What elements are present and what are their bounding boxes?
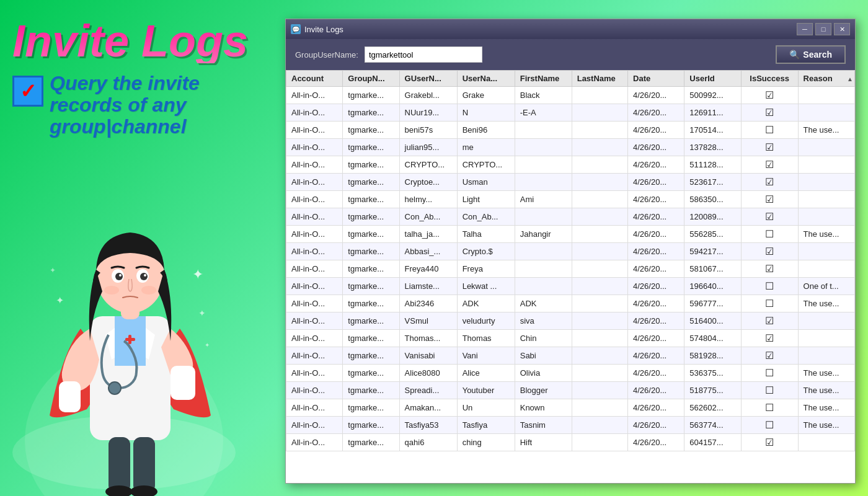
cell-date: 4/26/20... xyxy=(628,139,684,156)
cell-gusern: Amakan... xyxy=(399,399,457,417)
toolbar: GroupUserName: 🔍 Search xyxy=(286,39,855,70)
cell-gusern: beni57s xyxy=(399,122,457,139)
cell-userna: Usman xyxy=(457,174,515,191)
cell-date: 4/26/20... xyxy=(628,226,684,243)
table-row[interactable]: All-in-O... tgmarke... Cryptoe... Usman … xyxy=(286,174,855,191)
invite-logs-table: Account GroupN... GUserN... UserNa... Fi… xyxy=(286,70,855,451)
cell-gusern: NUur19... xyxy=(399,104,457,122)
table-row[interactable]: All-in-O... tgmarke... CRYPTO... CRYPTO.… xyxy=(286,156,855,174)
table-row[interactable]: All-in-O... tgmarke... talha_ja... Talha… xyxy=(286,226,855,243)
cell-userna: Un xyxy=(457,399,515,417)
cell-userna: CRYPTO... xyxy=(457,156,515,174)
cell-date: 4/26/20... xyxy=(628,191,684,208)
cell-lastname xyxy=(572,295,627,312)
minimize-button[interactable]: ─ xyxy=(797,23,813,35)
cell-lastname xyxy=(572,347,627,365)
cell-account: All-in-O... xyxy=(286,382,343,399)
cell-account: All-in-O... xyxy=(286,87,343,104)
col-header-groupn[interactable]: GroupN... xyxy=(343,71,399,87)
table-row[interactable]: All-in-O... tgmarke... Con_Ab... Con_Ab.… xyxy=(286,208,855,226)
table-row[interactable]: All-in-O... tgmarke... Tasfiya53 Tasfiya… xyxy=(286,417,855,434)
table-row[interactable]: All-in-O... tgmarke... Alice8080 Alice O… xyxy=(286,365,855,382)
table-row[interactable]: All-in-O... tgmarke... Grakebl... Grake … xyxy=(286,87,855,104)
table-row[interactable]: All-in-O... tgmarke... Liamste... Lekwat… xyxy=(286,278,855,295)
cell-groupn: tgmarke... xyxy=(343,417,399,434)
col-header-userna[interactable]: UserNa... xyxy=(457,71,515,87)
cell-account: All-in-O... xyxy=(286,330,343,347)
cell-issuccess: ☑ xyxy=(741,347,798,365)
table-row[interactable]: All-in-O... tgmarke... NUur19... N -E-A … xyxy=(286,104,855,122)
cell-reason xyxy=(798,347,854,365)
subtitle-box: Query the invite records of any group|ch… xyxy=(12,73,273,138)
col-header-issuccess[interactable]: IsSuccess xyxy=(741,71,798,87)
cell-firstname xyxy=(515,122,572,139)
table-row[interactable]: All-in-O... tgmarke... julian95... me 4/… xyxy=(286,139,855,156)
table-row[interactable]: All-in-O... tgmarke... Amakan... Un Know… xyxy=(286,399,855,417)
col-header-date[interactable]: Date xyxy=(628,71,684,87)
cell-issuccess: ☑ xyxy=(741,139,798,156)
search-button[interactable]: 🔍 Search xyxy=(776,45,846,64)
cell-issuccess: ☑ xyxy=(741,174,798,191)
cell-reason xyxy=(798,87,854,104)
col-header-userid[interactable]: UserId xyxy=(684,71,741,87)
table-row[interactable]: All-in-O... tgmarke... Thomas... Thomas … xyxy=(286,330,855,347)
cell-issuccess: ☐ xyxy=(741,365,798,382)
col-header-gusern[interactable]: GUserN... xyxy=(399,71,457,87)
cell-account: All-in-O... xyxy=(286,174,343,191)
cell-issuccess: ☐ xyxy=(741,226,798,243)
cell-userid: 170514... xyxy=(684,122,741,139)
cell-date: 4/26/20... xyxy=(628,365,684,382)
cell-reason xyxy=(798,191,854,208)
cell-reason: The use... xyxy=(798,365,854,382)
table-row[interactable]: All-in-O... tgmarke... Abbasi_... Crypto… xyxy=(286,243,855,260)
svg-text:✦: ✦ xyxy=(192,267,203,282)
cell-groupn: tgmarke... xyxy=(343,191,399,208)
col-header-account[interactable]: Account xyxy=(286,71,343,87)
cell-date: 4/26/20... xyxy=(628,208,684,226)
cell-lastname xyxy=(572,382,627,399)
cell-issuccess: ☑ xyxy=(741,260,798,278)
data-table-container[interactable]: Account GroupN... GUserN... UserNa... Fi… xyxy=(286,70,855,483)
col-header-reason[interactable]: Reason ▲ xyxy=(798,71,854,87)
close-button[interactable]: ✕ xyxy=(834,23,850,35)
cell-firstname xyxy=(515,174,572,191)
cell-date: 4/26/20... xyxy=(628,399,684,417)
cell-date: 4/26/20... xyxy=(628,122,684,139)
maximize-button[interactable]: □ xyxy=(815,23,831,35)
cell-lastname xyxy=(572,434,627,451)
cell-groupn: tgmarke... xyxy=(343,174,399,191)
table-row[interactable]: All-in-O... tgmarke... Spreadi... Youtub… xyxy=(286,382,855,399)
table-row[interactable]: All-in-O... tgmarke... beni57s Beni96 4/… xyxy=(286,122,855,139)
table-row[interactable]: All-in-O... tgmarke... Freya440 Freya 4/… xyxy=(286,260,855,278)
main-title: Invite Logs xyxy=(12,19,248,63)
cell-date: 4/26/20... xyxy=(628,295,684,312)
cell-userid: 500992... xyxy=(684,87,741,104)
cell-userid: 120089... xyxy=(684,208,741,226)
table-row[interactable]: All-in-O... tgmarke... Abi2346 ADK ADK 4… xyxy=(286,295,855,312)
table-row[interactable]: All-in-O... tgmarke... Vanisabi Vani Sab… xyxy=(286,347,855,365)
group-username-input[interactable] xyxy=(365,46,482,63)
cell-gusern: Thomas... xyxy=(399,330,457,347)
cell-userid: 596777... xyxy=(684,295,741,312)
cell-issuccess: ☑ xyxy=(741,243,798,260)
cell-gusern: Freya440 xyxy=(399,260,457,278)
col-header-lastname[interactable]: LastName xyxy=(572,71,627,87)
table-row[interactable]: All-in-O... tgmarke... helmy... Light Am… xyxy=(286,191,855,208)
search-icon: 🔍 xyxy=(789,50,800,60)
cell-groupn: tgmarke... xyxy=(343,330,399,347)
cell-userna: Tasfiya xyxy=(457,417,515,434)
cell-gusern: julian95... xyxy=(399,139,457,156)
cell-gusern: Cryptoe... xyxy=(399,174,457,191)
doctor-illustration: ✦ ✦ ✦ ✦ ✦ xyxy=(0,155,260,496)
cell-reason xyxy=(798,434,854,451)
col-header-firstname[interactable]: FirstName xyxy=(515,71,572,87)
cell-reason xyxy=(798,260,854,278)
cell-userid: 196640... xyxy=(684,278,741,295)
table-row[interactable]: All-in-O... tgmarke... VSmul veludurty s… xyxy=(286,312,855,330)
table-body: All-in-O... tgmarke... Grakebl... Grake … xyxy=(286,87,855,451)
cell-firstname xyxy=(515,243,572,260)
cell-reason xyxy=(798,156,854,174)
table-row[interactable]: All-in-O... tgmarke... qahi6 ching Hift … xyxy=(286,434,855,451)
svg-point-14 xyxy=(144,274,146,277)
cell-gusern: VSmul xyxy=(399,312,457,330)
